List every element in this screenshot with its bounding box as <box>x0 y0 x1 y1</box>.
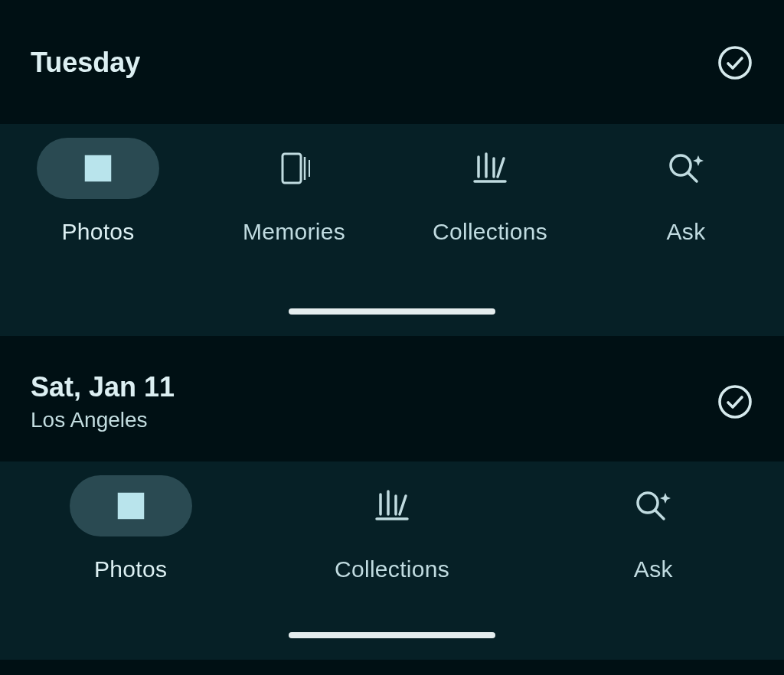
bottom-nav-2: Photos Collections <box>0 461 784 660</box>
section-header-text: Sat, Jan 11 Los Angeles <box>31 371 175 432</box>
nav-item-ask[interactable]: Ask <box>588 138 784 245</box>
check-circle-icon <box>717 383 753 420</box>
section-header-1: Tuesday <box>0 0 784 124</box>
section-header-text: Tuesday <box>31 47 140 79</box>
nav-item-ask[interactable]: Ask <box>523 475 784 582</box>
svg-rect-1 <box>283 154 301 183</box>
ask-icon <box>633 488 673 523</box>
section-header-2: Sat, Jan 11 Los Angeles <box>0 336 784 461</box>
svg-point-9 <box>720 386 750 417</box>
nav-label: Collections <box>433 219 547 245</box>
select-all-button[interactable] <box>717 383 753 420</box>
nav-item-collections[interactable]: Collections <box>261 475 522 582</box>
home-indicator[interactable] <box>289 632 495 638</box>
section-subtitle: Los Angeles <box>31 408 175 432</box>
nav-label: Collections <box>335 556 449 582</box>
collections-icon <box>374 490 410 522</box>
nav-item-collections[interactable]: Collections <box>392 138 588 245</box>
nav-label: Photos <box>94 556 167 582</box>
svg-line-14 <box>400 496 406 514</box>
bottom-nav-1: Photos Memories <box>0 124 784 336</box>
nav-item-photos[interactable]: Photos <box>0 475 261 582</box>
memories-icon <box>275 152 313 184</box>
svg-line-8 <box>688 173 697 181</box>
home-indicator[interactable] <box>289 308 495 315</box>
section-title: Sat, Jan 11 <box>31 371 175 403</box>
ask-icon <box>666 151 706 186</box>
nav-label: Memories <box>243 219 345 245</box>
svg-line-16 <box>655 510 664 519</box>
select-all-button[interactable] <box>717 44 753 81</box>
check-circle-icon <box>717 44 753 81</box>
nav-item-memories[interactable]: Memories <box>196 138 392 245</box>
nav-label: Photos <box>61 219 134 245</box>
svg-line-6 <box>498 158 504 177</box>
section-title: Tuesday <box>31 47 140 79</box>
nav-label: Ask <box>667 219 706 245</box>
svg-point-0 <box>720 47 750 78</box>
photos-icon <box>80 151 116 186</box>
photos-icon <box>113 488 149 523</box>
nav-item-photos[interactable]: Photos <box>0 138 196 245</box>
nav-label: Ask <box>634 556 673 582</box>
collections-icon <box>472 152 508 184</box>
